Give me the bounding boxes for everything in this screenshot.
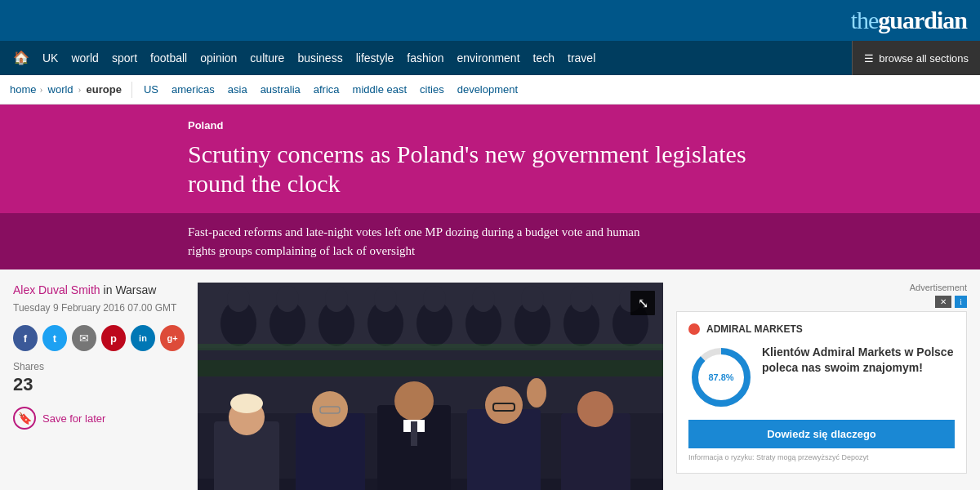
site-logo[interactable]: theguardian [851, 7, 967, 34]
linkedin-share-button[interactable]: in [131, 325, 155, 351]
svg-point-6 [227, 286, 250, 312]
svg-point-38 [577, 391, 613, 427]
main-content: Alex Duval Smith in Warsaw Tuesday 9 Feb… [0, 270, 980, 490]
article-tag: Poland [188, 119, 967, 131]
google-plus-share-button[interactable]: g+ [160, 325, 185, 351]
left-column: Alex Duval Smith in Warsaw Tuesday 9 Feb… [13, 283, 185, 490]
ad-info-button[interactable]: i [955, 296, 967, 308]
logo-guardian: guardian [878, 7, 967, 33]
nav-item-sport[interactable]: sport [105, 41, 144, 75]
breadcrumb-europe[interactable]: europe [82, 83, 127, 96]
save-for-later-button[interactable]: 🔖 Save for later [13, 407, 185, 430]
save-icon: 🔖 [13, 407, 36, 430]
svg-point-10 [325, 286, 348, 312]
svg-point-8 [276, 286, 299, 312]
breadcrumb-world[interactable]: world [43, 83, 78, 96]
shares-count: 23 [13, 374, 185, 395]
sub-nav-divider [131, 82, 132, 98]
svg-point-14 [423, 286, 446, 312]
author-name: Alex Duval Smith [13, 283, 100, 296]
sub-hero-section: Fast-paced reforms and late-night votes … [0, 213, 980, 270]
email-share-button[interactable]: ✉ [72, 325, 96, 351]
ad-brand-name: ADMIRAL MARKETS [706, 323, 803, 335]
nav-item-football[interactable]: football [144, 41, 194, 75]
browse-all-button[interactable]: ☰ browse all sections [852, 41, 980, 75]
svg-rect-32 [411, 421, 417, 446]
nav-item-travel[interactable]: travel [561, 41, 602, 75]
svg-point-36 [527, 378, 546, 408]
svg-rect-39 [198, 360, 663, 376]
nav-item-uk[interactable]: UK [36, 41, 65, 75]
save-label: Save for later [42, 412, 105, 425]
pinterest-share-button[interactable]: p [101, 325, 126, 351]
nav-home-icon[interactable]: 🏠 [7, 41, 36, 75]
sub-nav-africa[interactable]: africa [307, 83, 346, 96]
hero-section: Poland Scrutiny concerns as Poland's new… [0, 105, 980, 213]
ad-x-button[interactable]: ✕ [935, 296, 951, 308]
main-nav: 🏠 UK world sport football opinion cultur… [0, 41, 980, 75]
ad-disclaimer-text: Informacja o ryzyku: Straty mogą przewyż… [688, 453, 955, 461]
ad-close-buttons: ✕ i [676, 296, 967, 308]
menu-icon: ☰ [864, 52, 874, 65]
sub-nav-asia[interactable]: asia [221, 83, 254, 96]
svg-point-18 [521, 286, 544, 312]
article-image: ⤡ [198, 283, 663, 490]
sub-nav-australia[interactable]: australia [254, 83, 307, 96]
svg-point-12 [374, 286, 397, 312]
sub-nav-us[interactable]: US [137, 83, 165, 96]
nav-item-opinion[interactable]: opinion [194, 41, 243, 75]
nav-item-world[interactable]: world [65, 41, 105, 75]
ad-cta-button[interactable]: Dowiedz się dlaczego [688, 420, 955, 448]
publish-date: Tuesday 9 February 2016 07.00 GMT [13, 302, 185, 314]
article-image-container: ⤡ ⤡ [198, 283, 663, 490]
ad-brand-header: ADMIRAL MARKETS [688, 323, 955, 335]
svg-point-30 [394, 381, 434, 421]
svg-rect-40 [198, 344, 663, 350]
nav-item-lifestyle[interactable]: lifestyle [350, 41, 401, 75]
ad-logo-dot [688, 323, 700, 335]
article-title: Scrutiny concerns as Poland's new govern… [188, 140, 808, 198]
svg-point-16 [472, 286, 495, 312]
advertisement-column: Advertisement ✕ i ADMIRAL MARKETS 87.8% … [676, 283, 967, 490]
sub-nav: home › world › europe US americas asia a… [0, 75, 980, 105]
sub-nav-development[interactable]: development [451, 83, 524, 96]
nav-item-environment[interactable]: environment [451, 41, 527, 75]
twitter-share-button[interactable]: t [42, 325, 67, 351]
svg-point-20 [570, 286, 593, 312]
facebook-share-button[interactable]: f [13, 325, 38, 351]
author-byline: Alex Duval Smith in Warsaw [13, 283, 185, 297]
nav-item-tech[interactable]: tech [527, 41, 561, 75]
ad-content-row: 87.8% Klientów Admiral Markets w Polsce … [688, 345, 955, 410]
nav-items: 🏠 UK world sport football opinion cultur… [0, 41, 852, 75]
sub-nav-cities[interactable]: cities [413, 83, 451, 96]
nav-item-fashion[interactable]: fashion [400, 41, 450, 75]
article-subtitle: Fast-paced reforms and late-night votes … [188, 223, 662, 260]
breadcrumb-home[interactable]: home [7, 83, 40, 96]
ad-text-block: Klientów Admiral Markets w Polsce poleca… [762, 345, 955, 376]
shares-label: Shares [13, 361, 185, 372]
svg-point-34 [485, 386, 523, 424]
social-icons-row: f t ✉ p in g+ [13, 325, 185, 351]
site-header: theguardian [0, 0, 980, 41]
nav-item-business[interactable]: business [291, 41, 349, 75]
logo-the: the [851, 7, 879, 33]
browse-all-label: browse all sections [879, 52, 969, 65]
svg-point-27 [312, 391, 348, 427]
ad-box: ADMIRAL MARKETS 87.8% Klientów Admiral M… [676, 311, 967, 474]
nav-item-culture[interactable]: culture [243, 41, 291, 75]
author-location: in Warsaw [104, 283, 157, 296]
ad-chart: 87.8% [688, 345, 754, 410]
svg-point-25 [230, 394, 263, 413]
ad-label: Advertisement [676, 283, 967, 292]
expand-icon[interactable]: ⤡ [630, 291, 655, 315]
ad-percent-label: 87.8% [708, 372, 733, 382]
sub-nav-middle-east[interactable]: middle east [346, 83, 413, 96]
sub-nav-americas[interactable]: americas [165, 83, 221, 96]
